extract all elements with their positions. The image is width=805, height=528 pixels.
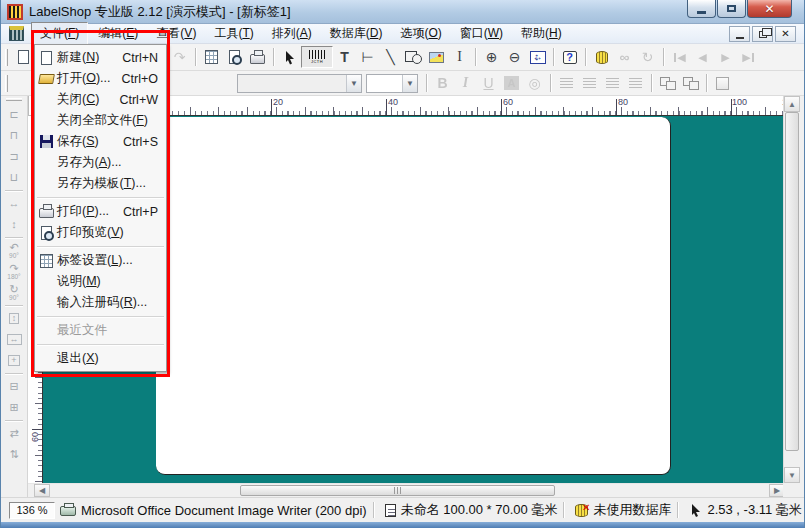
scroll-left-icon[interactable]: ◀: [34, 484, 50, 497]
ruler-label: 80: [618, 97, 628, 107]
menu-item-close-all[interactable]: 关闭全部文件(F): [35, 110, 166, 131]
mdi-restore-icon[interactable]: [752, 26, 773, 42]
menu-options[interactable]: 选项(O): [392, 23, 449, 44]
menu-item-recent-files-label: 最近文件: [57, 322, 107, 339]
menu-item-close[interactable]: 关闭(C)Ctrl+W: [35, 89, 166, 110]
title-bar[interactable]: LabelShop 专业版 2.12 [演示模式] - [新标签1] ✕: [1, 0, 804, 24]
ungroup-icon: [683, 77, 699, 90]
zoom-level: 136 %: [9, 502, 55, 519]
menu-item-enter-license[interactable]: 输入注册码(R)...: [35, 292, 166, 313]
space-down-button: ⇅: [2, 444, 26, 465]
text-tool-button[interactable]: T: [333, 46, 356, 68]
menu-item-save[interactable]: 保存(S)Ctrl+S: [35, 131, 166, 152]
menu-item-label-setup[interactable]: 标签设置(L)...: [35, 250, 166, 271]
align-center-icon: [583, 78, 596, 88]
diagonal-line-tool-button[interactable]: ╲: [379, 46, 402, 68]
shape-tool-button[interactable]: [402, 46, 425, 68]
menu-item-save-as[interactable]: 另存为(A)...: [35, 152, 166, 173]
pointer-button[interactable]: [278, 46, 301, 68]
find-icon: ∞: [620, 50, 630, 64]
caret-tool-button[interactable]: I: [448, 46, 471, 68]
menu-database[interactable]: 数据库(D): [322, 23, 391, 44]
ungroup-button: [679, 72, 702, 94]
menu-item-exit[interactable]: 退出(X): [35, 348, 166, 369]
menu-tools[interactable]: 工具(T): [206, 23, 261, 44]
toolbar-separator: [5, 237, 23, 238]
space-across-button: ⇄: [2, 423, 26, 444]
database-status: 未使用数据库: [593, 501, 671, 519]
printer-icon: [60, 506, 76, 516]
align-top-edges-icon: ⊓: [10, 130, 19, 141]
ruler-label: 40: [388, 97, 398, 107]
file-menu-dropdown: 新建(N)Ctrl+N打开(O)...Ctrl+O关闭(C)Ctrl+W关闭全部…: [34, 44, 167, 372]
chevron-down-icon[interactable]: ▼: [346, 75, 361, 92]
prev-record-button: ◀: [691, 46, 714, 68]
barcode-tool-button[interactable]: JCTH: [301, 46, 333, 68]
document-status-icon: [385, 504, 396, 517]
mdi-minimize-icon[interactable]: [729, 26, 750, 42]
mdi-close-icon[interactable]: ✕: [775, 26, 796, 42]
same-size-icon: +: [8, 355, 19, 366]
zoom-in-button[interactable]: ⊕: [480, 46, 503, 68]
menu-help[interactable]: 帮助(H): [513, 23, 570, 44]
menu-file[interactable]: 文件(F): [31, 22, 88, 45]
align-right-edges-icon: ⊐: [9, 151, 18, 162]
help-icon: ?: [563, 51, 577, 64]
label-canvas[interactable]: [156, 117, 671, 475]
print-preview-button[interactable]: [223, 46, 246, 68]
font-size-combo[interactable]: ▼: [366, 74, 418, 93]
menu-item-readme-label: 说明(M): [57, 273, 101, 290]
last-record-button: ▶: [737, 46, 760, 68]
database-button[interactable]: [590, 46, 613, 68]
menu-item-readme[interactable]: 说明(M): [35, 271, 166, 292]
zoom-fit-icon: ↔↔: [530, 51, 546, 64]
scroll-down-icon[interactable]: ▼: [784, 467, 800, 483]
menu-edit[interactable]: 编辑(E): [90, 23, 146, 44]
menu-arrange[interactable]: 排列(A): [264, 23, 320, 44]
line-tool-button[interactable]: ⊢: [356, 46, 379, 68]
text-effect-icon: ◎: [528, 76, 540, 90]
zoom-out-button[interactable]: ⊖: [503, 46, 526, 68]
center-vertical-button: ↕: [2, 214, 26, 235]
scrollbar-corner: [783, 483, 800, 497]
toolbar-separator: [426, 74, 427, 92]
window-controls: ✕: [686, 0, 792, 18]
font-name-combo[interactable]: ▼: [237, 74, 362, 93]
zoom-in-icon: ⊕: [486, 50, 498, 64]
print-icon: [250, 54, 265, 64]
menu-item-save-as-template[interactable]: 另存为模板(T)...: [35, 173, 166, 194]
image-tool-button[interactable]: [425, 46, 448, 68]
maximize-icon[interactable]: [717, 0, 746, 18]
toolbar-grip: [5, 49, 8, 66]
chevron-down-icon[interactable]: ▼: [402, 75, 417, 92]
horizontal-scrollbar[interactable]: ◀ ▶: [28, 483, 785, 497]
print-button[interactable]: [246, 46, 269, 68]
close-icon[interactable]: ✕: [747, 0, 792, 18]
toolbar-separator: [553, 48, 554, 66]
new-doc-icon: [18, 50, 29, 64]
scroll-up-icon[interactable]: ▲: [784, 96, 800, 112]
minimize-icon[interactable]: [687, 0, 716, 18]
menu-window[interactable]: 窗口(W): [452, 23, 511, 44]
toolbar-separator: [550, 74, 551, 92]
same-width-icon: ↔: [7, 334, 22, 345]
next-record-button: ▶: [714, 46, 737, 68]
same-height-icon: ↕: [9, 313, 20, 324]
menu-view[interactable]: 查看(V): [148, 23, 204, 44]
menu-item-print-preview[interactable]: 打印预览(V): [35, 222, 166, 243]
zoom-fit-button[interactable]: ↔↔: [526, 46, 549, 68]
first-record-button: ◀: [668, 46, 691, 68]
vertical-scrollbar[interactable]: ▲ ▼: [783, 96, 800, 483]
new-doc-button[interactable]: [12, 46, 35, 68]
help-button[interactable]: ?: [558, 46, 581, 68]
menu-item-open-shortcut: Ctrl+O: [116, 72, 158, 86]
menu-item-print[interactable]: 打印(P)...Ctrl+P: [35, 201, 166, 222]
menu-item-new[interactable]: 新建(N)Ctrl+N: [35, 47, 166, 68]
align-left-button: [555, 72, 578, 94]
horizontal-scroll-thumb[interactable]: [240, 485, 555, 496]
label-setup-button[interactable]: [200, 46, 223, 68]
redo-button: ↷: [168, 46, 191, 68]
document-icon[interactable]: [9, 26, 24, 41]
menu-item-open[interactable]: 打开(O)...Ctrl+O: [35, 68, 166, 89]
vertical-scroll-thumb[interactable]: [785, 112, 799, 451]
